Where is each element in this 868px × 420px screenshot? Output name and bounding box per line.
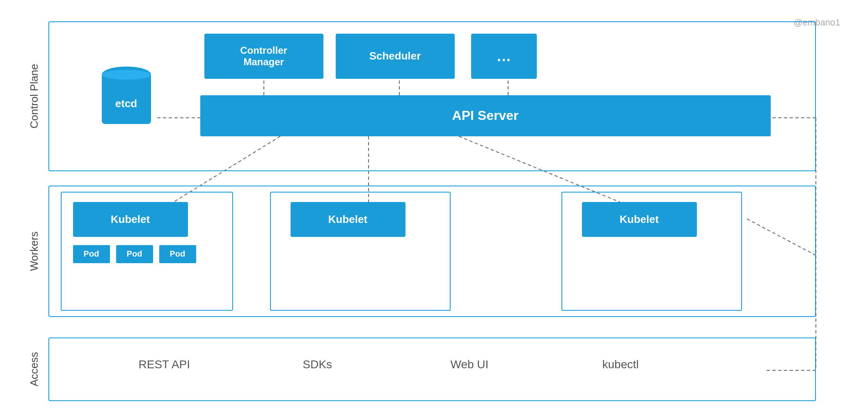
kubelet-3-box: Kubelet [582, 202, 697, 237]
api-server-box: API Server [200, 95, 771, 136]
workers-label: Workers [28, 186, 41, 317]
kubectl-label: kubectl [602, 358, 639, 371]
web-ui-label: Web UI [451, 358, 489, 371]
sdks-label: SDKs [303, 358, 332, 371]
controller-manager-box: ControllerManager [204, 34, 323, 79]
controller-manager-label: ControllerManager [240, 45, 287, 68]
kubelet-1-label: Kubelet [111, 213, 150, 226]
ellipsis-label: … [497, 48, 511, 65]
rest-api-label: REST API [139, 358, 190, 371]
kubelet-2-box: Kubelet [291, 202, 405, 237]
access-label: Access [28, 337, 41, 401]
etcd-component: etcd [102, 67, 151, 128]
control-plane-label: Control Plane [28, 21, 41, 171]
scheduler-box: Scheduler [336, 34, 455, 79]
kubelet-1-box: Kubelet [73, 202, 188, 237]
kubelet-2-label: Kubelet [328, 213, 367, 226]
pod-3: Pod [159, 245, 196, 263]
etcd-label: etcd [102, 97, 151, 110]
scheduler-label: Scheduler [369, 50, 421, 62]
etcd-cylinder-shape: etcd [102, 67, 151, 128]
diagram-container: @embano1 Control Plane etc [24, 13, 845, 407]
pod-2: Pod [116, 245, 153, 263]
ellipsis-box: … [471, 34, 537, 79]
api-server-label: API Server [452, 108, 519, 123]
kubelet-3-label: Kubelet [620, 213, 659, 226]
pod-1: Pod [73, 245, 110, 263]
